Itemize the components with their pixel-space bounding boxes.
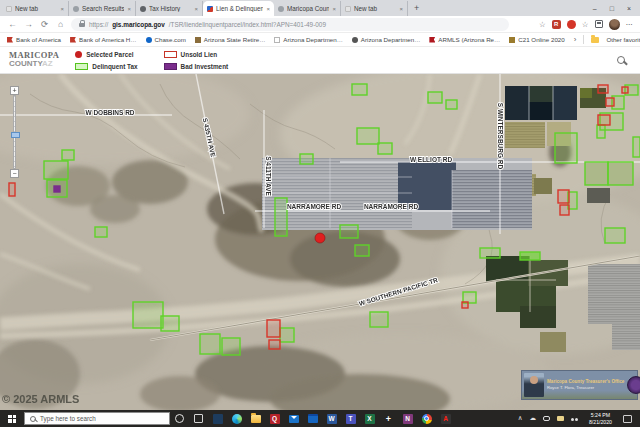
bookmark-arizona-departmen[interactable]: Arizona Departmen… <box>274 36 343 43</box>
bookmark-chase-com[interactable]: Chase.com <box>146 36 186 43</box>
zoom-slider[interactable]: + − <box>10 86 19 178</box>
forward-icon[interactable]: → <box>23 20 34 29</box>
bookmark-armls-arizona-re[interactable]: ARMLS (Arizona Re… <box>429 36 500 43</box>
parcel-green[interactable] <box>355 245 369 256</box>
parcel-green[interactable] <box>280 328 294 342</box>
parcel-red[interactable] <box>598 115 610 125</box>
extension-r-icon[interactable]: R <box>552 20 561 29</box>
tab-close-icon[interactable]: × <box>399 6 403 12</box>
onenote-icon[interactable]: N <box>398 410 417 427</box>
excel-icon[interactable]: X <box>360 410 379 427</box>
parcel-green[interactable] <box>585 162 608 185</box>
parcel-green[interactable] <box>480 248 500 258</box>
map-canvas[interactable]: W DOBBINS RDS 435TH AVES 411TH AVEW ELLI… <box>0 74 640 410</box>
bookmarks-overflow-icon[interactable]: › <box>574 35 577 44</box>
refresh-icon[interactable]: ⟳ <box>39 20 50 29</box>
caret-icon[interactable]: ∧ <box>518 415 523 422</box>
tab-new-tab[interactable]: New tab× <box>341 1 408 16</box>
parcel-red[interactable] <box>462 302 468 308</box>
selected-parcel-dot[interactable] <box>315 233 325 243</box>
mail-tile-icon[interactable] <box>208 410 227 427</box>
bookmark-arizona-state-retire[interactable]: Arizona State Retire… <box>195 36 266 43</box>
other-favorites-label[interactable]: Other favorites <box>606 36 640 43</box>
tab-lien-delinquent-par[interactable]: Lien & Delinquent Par× <box>203 1 274 16</box>
quicken-icon[interactable]: Q <box>265 410 284 427</box>
parcel-green[interactable] <box>608 162 633 185</box>
tab-close-icon[interactable]: × <box>60 6 64 12</box>
calendar-icon[interactable] <box>303 410 322 427</box>
teams-icon[interactable]: T <box>341 410 360 427</box>
parcel-red[interactable] <box>560 205 569 215</box>
parcel-green[interactable] <box>133 302 163 328</box>
file-explorer-icon[interactable] <box>246 410 265 427</box>
cortana-icon[interactable] <box>170 410 189 427</box>
chrome-icon[interactable] <box>417 410 436 427</box>
tab-new-tab[interactable]: New tab× <box>2 1 69 16</box>
parcel-greenfill[interactable] <box>520 252 540 260</box>
parcel-green[interactable] <box>428 92 442 103</box>
parcel-red[interactable] <box>558 190 569 203</box>
outlook-icon[interactable] <box>284 410 303 427</box>
snip-icon[interactable]: + <box>379 410 398 427</box>
tab-maricopa-county-asse[interactable]: Maricopa County Asse× <box>274 1 341 16</box>
bookmark-star-icon[interactable]: ☆ <box>539 20 546 29</box>
parcel-green[interactable] <box>446 100 457 109</box>
back-icon[interactable]: ← <box>7 20 18 29</box>
tab-search-results-maric[interactable]: Search Results - Maric× <box>69 1 136 16</box>
zoom-in-button[interactable]: + <box>10 86 19 95</box>
maximize-button[interactable]: □ <box>610 5 614 12</box>
home-icon[interactable]: ⌂ <box>55 20 66 29</box>
tab-tax-history[interactable]: Tax History× <box>136 1 203 16</box>
parcel-green[interactable] <box>555 133 577 163</box>
tab-close-icon[interactable]: × <box>127 6 131 12</box>
parcel-red[interactable] <box>9 183 15 196</box>
close-button[interactable]: × <box>627 5 631 12</box>
acrobat-icon[interactable]: A <box>436 410 455 427</box>
url-field[interactable]: https://gis.maricopa.gov/TSR/liendelinqu… <box>71 18 509 31</box>
zoom-slider-track[interactable] <box>13 95 16 169</box>
new-tab-button[interactable]: + <box>408 3 425 13</box>
edge-icon[interactable] <box>227 410 246 427</box>
tab-close-icon[interactable]: × <box>194 6 198 12</box>
start-button[interactable] <box>0 410 24 427</box>
search-icon[interactable] <box>617 56 625 64</box>
taskbar-clock[interactable]: 5:24 PM 8/21/2020 <box>589 412 612 425</box>
people-icon[interactable] <box>571 416 578 421</box>
collections-icon[interactable] <box>595 20 603 28</box>
parcel-green[interactable] <box>200 334 220 354</box>
bookmark-bank-of-america-h[interactable]: Bank of America H… <box>70 36 136 43</box>
profile-avatar[interactable] <box>609 19 620 30</box>
parcel-green[interactable] <box>275 198 287 236</box>
parcel-red[interactable] <box>606 98 614 106</box>
action-center-icon[interactable] <box>623 415 632 423</box>
bookmark-bank-of-america[interactable]: Bank of America <box>7 36 61 43</box>
zoom-out-button[interactable]: − <box>10 169 19 178</box>
more-menu-icon[interactable]: ⋯ <box>626 20 634 29</box>
taskbar-search-input[interactable]: Type here to search <box>24 412 170 425</box>
task-view-icon[interactable] <box>189 410 208 427</box>
parcel-green[interactable] <box>378 143 392 154</box>
tab-close-icon[interactable]: × <box>332 6 336 12</box>
chat-icon[interactable] <box>543 416 550 421</box>
parcel-green[interactable] <box>161 316 179 331</box>
word-icon[interactable]: W <box>322 410 341 427</box>
bookmark-c21-online-2020[interactable]: C21 Online 2020 <box>509 36 564 43</box>
parcel-green[interactable] <box>352 84 367 95</box>
favorites-star-icon[interactable]: ☆ <box>582 20 589 29</box>
onedrive-icon[interactable]: ☁ <box>529 415 536 422</box>
tab-close-icon[interactable]: × <box>266 6 270 12</box>
parcel-green[interactable] <box>44 161 68 179</box>
parcel-green[interactable] <box>357 128 379 144</box>
parcel-green[interactable] <box>222 338 240 355</box>
parcel-green[interactable] <box>95 227 107 237</box>
parcel-green[interactable] <box>370 312 388 327</box>
parcel-red[interactable] <box>267 320 280 337</box>
parcel-green[interactable] <box>300 154 313 164</box>
parcel-green[interactable] <box>340 225 358 238</box>
parcel-red[interactable] <box>622 87 628 93</box>
parcel-green[interactable] <box>62 150 74 160</box>
bookmark-arizona-departmen[interactable]: Arizona Departmen… <box>352 36 421 43</box>
parcel-purple[interactable] <box>54 186 60 192</box>
zoom-slider-handle[interactable] <box>11 132 20 138</box>
parcel-red[interactable] <box>269 340 280 349</box>
